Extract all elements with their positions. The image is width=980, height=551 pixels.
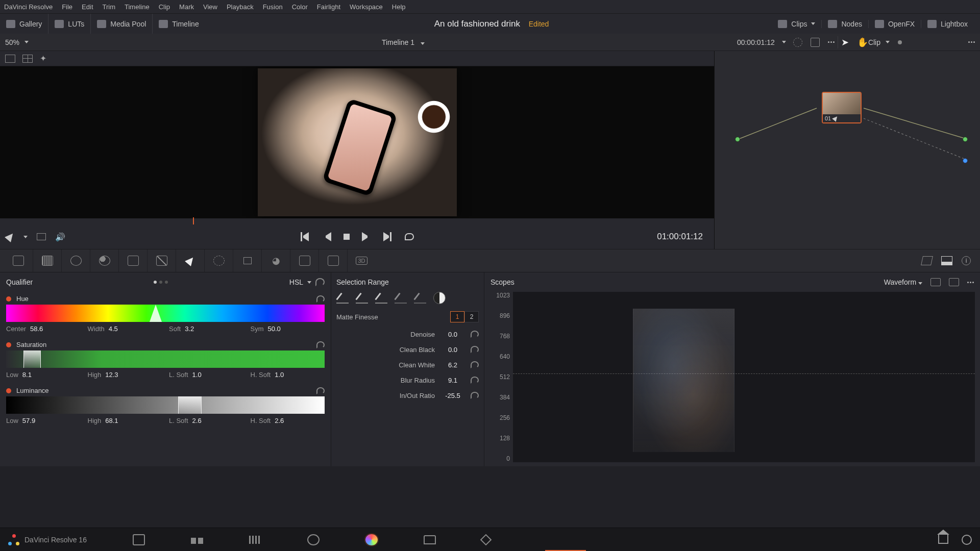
graph-alpha-output-dot[interactable] — [963, 158, 968, 163]
fairlight-page-tab[interactable] — [424, 535, 436, 544]
auto-color-icon[interactable]: ✦ — [40, 54, 46, 63]
hue-sym-value[interactable]: 50.0 — [268, 325, 281, 333]
media-page-tab[interactable] — [133, 534, 145, 545]
cleanblack-value[interactable]: 0.0 — [440, 346, 465, 354]
mediapool-toggle[interactable]: Media Pool — [90, 14, 152, 34]
menu-mark[interactable]: Mark — [179, 3, 194, 11]
eyedropper-tool-icon[interactable] — [5, 231, 16, 243]
sat-enable-dot[interactable] — [6, 342, 11, 347]
deliver-page-tab[interactable] — [480, 534, 492, 545]
reset-icon[interactable] — [316, 341, 325, 348]
keyframe-editor-icon[interactable] — [921, 256, 933, 265]
stop-button[interactable] — [344, 234, 350, 240]
luts-toggle[interactable]: LUTs — [48, 14, 90, 34]
picker-icon[interactable] — [336, 292, 349, 304]
reset-icon[interactable] — [471, 331, 479, 338]
qualifier-page-dots[interactable] — [154, 281, 168, 284]
grid-viewer-icon[interactable] — [22, 55, 33, 63]
lightbox-toggle[interactable]: Lightbox — [921, 20, 974, 28]
reset-icon[interactable] — [316, 387, 325, 394]
invert-icon[interactable] — [433, 292, 446, 304]
cut-page-tab[interactable] — [191, 538, 203, 544]
menu-trim[interactable]: Trim — [103, 3, 116, 11]
chevron-down-icon[interactable] — [782, 41, 786, 43]
qualifier-mode-dropdown[interactable]: HSL — [289, 278, 325, 286]
rgb-mixer-tab[interactable] — [90, 249, 118, 272]
menu-fusion[interactable]: Fusion — [263, 3, 283, 11]
menu-file[interactable]: File — [62, 3, 72, 11]
nodes-toggle[interactable]: Nodes — [821, 20, 868, 28]
lum-high-value[interactable]: 68.1 — [105, 417, 118, 424]
lum-hsoft-value[interactable]: 2.6 — [275, 417, 284, 424]
reset-icon[interactable] — [316, 295, 325, 303]
hue-strip[interactable] — [6, 305, 325, 322]
viewer-zoom-dropdown[interactable]: 50% — [5, 38, 77, 46]
window-tab[interactable] — [204, 249, 233, 272]
expand-viewer-icon[interactable] — [811, 38, 820, 47]
color-match-tab[interactable] — [33, 249, 61, 272]
split-screen-icon[interactable] — [37, 233, 46, 240]
blur-tab[interactable]: ◕ — [261, 249, 290, 272]
hue-width-value[interactable]: 4.5 — [109, 325, 118, 333]
record-timecode[interactable]: 01:00:01:12 — [575, 232, 708, 242]
picker-soft-plus-icon[interactable] — [414, 292, 426, 304]
reset-icon[interactable] — [471, 361, 479, 368]
single-viewer-icon[interactable] — [5, 55, 15, 63]
menu-timeline[interactable]: Timeline — [125, 3, 150, 11]
color-page-tab[interactable] — [365, 534, 378, 545]
scrubber-track[interactable] — [0, 218, 714, 224]
qualifier-tab[interactable] — [176, 249, 204, 272]
curves-tab[interactable] — [147, 249, 176, 272]
menu-app[interactable]: DaVinci Resolve — [4, 3, 53, 11]
menu-clip[interactable]: Clip — [159, 3, 170, 11]
matte-tab-1[interactable]: 1 — [450, 311, 464, 322]
edit-page-tab[interactable] — [249, 536, 261, 544]
menu-fairlight[interactable]: Fairlight — [317, 3, 340, 11]
step-back-button[interactable] — [322, 232, 331, 241]
menu-workspace[interactable]: Workspace — [350, 3, 383, 11]
inoutratio-value[interactable]: -25.5 — [440, 392, 465, 399]
camera-raw-tab[interactable] — [4, 249, 33, 272]
hue-soft-value[interactable]: 3.2 — [185, 325, 194, 333]
openfx-toggle[interactable]: OpenFX — [868, 20, 921, 28]
scopes-popout-icon[interactable] — [949, 278, 959, 286]
mute-icon[interactable]: 🔊 — [55, 232, 65, 242]
play-button[interactable] — [362, 232, 371, 241]
scopes-options-icon[interactable] — [967, 282, 974, 283]
pointer-tool-icon[interactable]: ➤ — [841, 37, 849, 48]
viewer-options-icon[interactable] — [828, 41, 835, 43]
lum-lsoft-value[interactable]: 2.6 — [192, 417, 202, 424]
denoise-value[interactable]: 0.0 — [440, 331, 465, 338]
lum-low-value[interactable]: 57.9 — [22, 417, 35, 424]
sat-low-value[interactable]: 8.1 — [22, 371, 32, 379]
sizing-tab[interactable] — [318, 249, 347, 272]
timeline-toggle[interactable]: Timeline — [152, 14, 205, 34]
gallery-toggle[interactable]: Gallery — [6, 14, 48, 34]
source-timecode[interactable]: 00:00:01:12 — [737, 38, 775, 46]
menu-edit[interactable]: Edit — [82, 3, 93, 11]
cleanwhite-value[interactable]: 6.2 — [440, 361, 465, 369]
menu-color[interactable]: Color — [292, 3, 308, 11]
picker-minus-icon[interactable] — [356, 292, 368, 304]
info-icon[interactable]: i — [962, 256, 971, 265]
reset-icon[interactable] — [471, 392, 479, 399]
menu-help[interactable]: Help — [392, 3, 406, 11]
scopes-toggle-icon[interactable] — [941, 256, 952, 265]
node-options-icon[interactable] — [968, 41, 975, 43]
corrector-node-01[interactable]: 01 — [822, 92, 862, 123]
sat-lsoft-value[interactable]: 1.0 — [192, 371, 202, 379]
first-frame-button[interactable] — [301, 232, 310, 241]
blurradius-value[interactable]: 9.1 — [440, 377, 465, 384]
sat-hsoft-value[interactable]: 1.0 — [275, 371, 284, 379]
node-graph[interactable]: 01 — [715, 51, 980, 249]
picker-plus-icon[interactable] — [375, 292, 387, 304]
luminance-strip[interactable] — [6, 396, 325, 414]
fusion-page-tab[interactable] — [307, 534, 320, 545]
picker-soft-minus-icon[interactable] — [395, 292, 407, 304]
hue-enable-dot[interactable] — [6, 296, 11, 302]
tracker-tab[interactable] — [233, 249, 261, 272]
hue-center-value[interactable]: 58.6 — [30, 325, 43, 333]
saturation-strip[interactable] — [6, 350, 325, 368]
home-icon[interactable] — [938, 535, 948, 544]
graph-input-dot[interactable] — [735, 137, 740, 142]
